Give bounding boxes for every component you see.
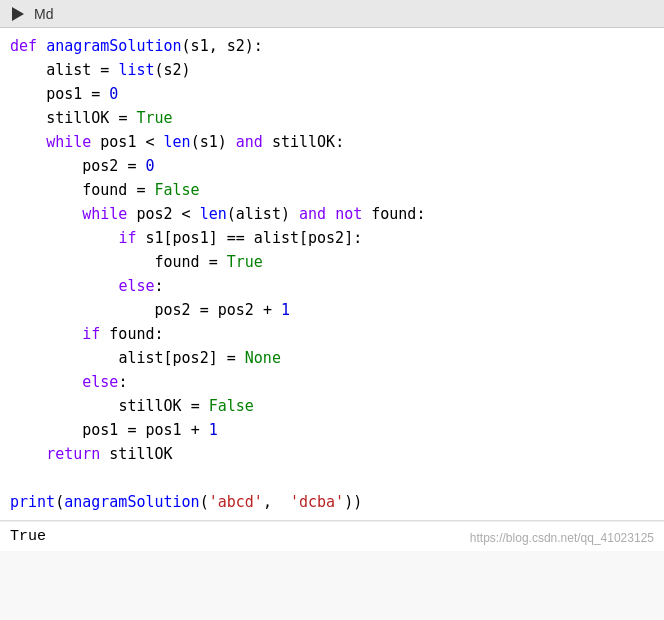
output-value: True [10,528,46,545]
run-button[interactable] [8,4,28,24]
run-icon [12,7,24,21]
code-block: def anagramSolution(s1, s2): alist = lis… [10,34,654,514]
code-area: def anagramSolution(s1, s2): alist = lis… [0,28,664,521]
output-area: True https://blog.csdn.net/qq_41023125 [0,521,664,551]
toolbar-label: Md [34,6,53,22]
watermark: https://blog.csdn.net/qq_41023125 [470,531,654,545]
toolbar: Md [0,0,664,28]
